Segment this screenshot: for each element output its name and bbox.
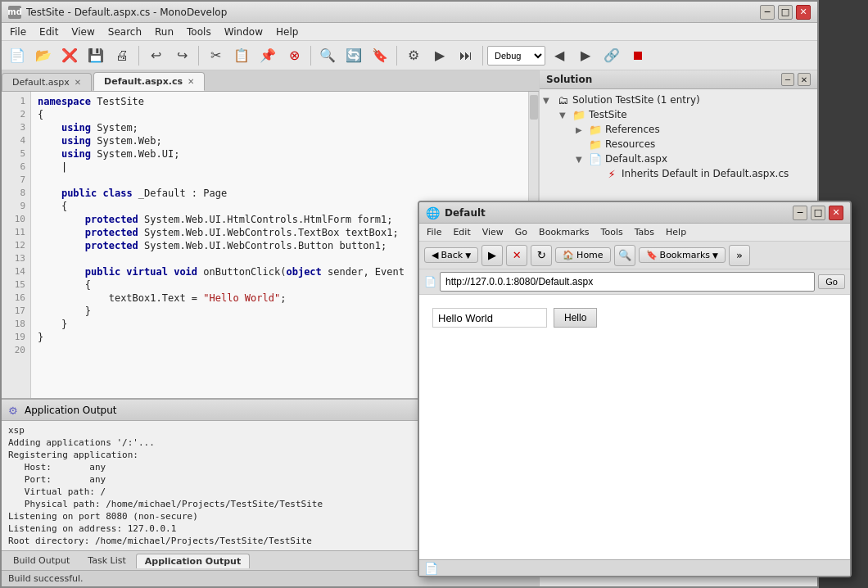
hello-world-textbox[interactable] <box>432 308 547 328</box>
solution-panel-close[interactable]: ✕ <box>798 73 811 86</box>
home-icon: 🏠 <box>563 250 574 260</box>
bookmarks-icon: 🔖 <box>646 250 658 260</box>
tab-default-aspx[interactable]: Default.aspx ✕ <box>2 73 92 91</box>
prev-build-btn[interactable]: ◀ <box>547 44 572 67</box>
bookmarks-button[interactable]: 🔖 Bookmarks ▼ <box>639 247 726 263</box>
menu-run[interactable]: Run <box>150 25 179 39</box>
copy-button[interactable]: 📋 <box>229 44 254 67</box>
tree-item-testsite[interactable]: ▼ 📁 TestSite <box>543 107 814 122</box>
find-button[interactable]: 🔍 <box>315 44 340 67</box>
tab-application-output[interactable]: Application Output <box>136 554 250 568</box>
redo-button[interactable]: ↪ <box>170 44 194 67</box>
toolbar-sep-2 <box>198 46 199 66</box>
menu-search[interactable]: Search <box>103 25 147 39</box>
more-options-button[interactable]: » <box>729 245 750 266</box>
tree-item-references[interactable]: ▶ 📁 References <box>543 122 814 137</box>
menu-window[interactable]: Window <box>219 25 268 39</box>
close-file-button[interactable]: ❌ <box>57 44 82 67</box>
replace-button[interactable]: 🔄 <box>341 44 366 67</box>
label-inherits: Inherits Default in Default.aspx.cs <box>622 168 789 179</box>
icon-resources: 📁 <box>589 138 602 151</box>
build-mode-select[interactable]: Debug Release <box>487 46 545 66</box>
arrow-solution: ▼ <box>543 96 553 105</box>
toolbar-sep-4 <box>396 46 397 66</box>
hello-button[interactable]: Hello <box>554 308 597 328</box>
tree-item-defaultaspx[interactable]: ▼ 📄 Default.aspx <box>543 152 814 166</box>
browser-toolbar: ◀ Back ▼ ▶ ✕ ↻ 🏠 Home 🔍 🔖 Bookmarks ▼ » <box>419 242 850 269</box>
solution-title-bar: Solution ─ ✕ <box>540 70 817 89</box>
open-button[interactable]: 📂 <box>31 44 56 67</box>
menu-view[interactable]: View <box>66 25 99 39</box>
stop-button[interactable]: ✕ <box>506 245 527 266</box>
paste-button[interactable]: 📌 <box>255 44 280 67</box>
menu-edit[interactable]: Edit <box>34 25 63 39</box>
arrow-testsite: ▼ <box>559 111 569 120</box>
browser-minimize-button[interactable]: ─ <box>793 206 807 220</box>
browser-menu-edit[interactable]: Edit <box>449 226 474 238</box>
browser-menu-help[interactable]: Help <box>662 226 690 238</box>
label-solution: Solution TestSite (1 entry) <box>572 94 700 106</box>
tree-item-resources[interactable]: 📁 Resources <box>543 137 814 152</box>
undo-button[interactable]: ↩ <box>143 44 168 67</box>
forward-button[interactable]: ▶ <box>481 245 503 266</box>
solution-panel-minimize[interactable]: ─ <box>781 73 794 86</box>
step-button[interactable]: ⏭ <box>454 44 478 67</box>
cut-button[interactable]: ✂ <box>203 44 228 67</box>
browser-content: Hello <box>419 295 850 559</box>
browser-menu-tools[interactable]: Tools <box>597 226 627 238</box>
browser-menu-tabs[interactable]: Tabs <box>631 226 658 238</box>
browser-menu-view[interactable]: View <box>478 226 508 238</box>
label-references: References <box>605 124 660 135</box>
url-input[interactable] <box>440 272 815 292</box>
icon-testsite: 📁 <box>572 108 585 121</box>
window-controls: ─ □ ✕ <box>760 5 811 20</box>
delete-button[interactable]: ⊗ <box>282 44 306 67</box>
maximize-button[interactable]: □ <box>778 5 793 20</box>
browser-menu-go[interactable]: Go <box>511 226 531 238</box>
build-button[interactable]: ⚙ <box>401 44 426 67</box>
menu-help[interactable]: Help <box>271 25 303 39</box>
label-resources: Resources <box>605 138 655 150</box>
back-button[interactable]: ◀ Back ▼ <box>424 247 478 263</box>
back-icon: ◀ <box>432 250 438 260</box>
search-icon[interactable]: 🔍 <box>614 245 635 266</box>
browser-menu-bookmarks[interactable]: Bookmarks <box>535 226 593 238</box>
solution-panel-title: Solution <box>546 74 592 85</box>
tab-default-aspx-cs-close[interactable]: ✕ <box>188 77 194 86</box>
close-button[interactable]: ✕ <box>796 5 811 20</box>
browser-menu-bar: File Edit View Go Bookmarks Tools Tabs H… <box>419 224 850 242</box>
menu-tools[interactable]: Tools <box>182 25 216 39</box>
browser-maximize-button[interactable]: □ <box>811 206 825 220</box>
tab-default-aspx-close[interactable]: ✕ <box>75 78 81 87</box>
attach-btn[interactable]: 🔗 <box>599 44 624 67</box>
bookmarks-button[interactable]: 🔖 <box>368 44 392 67</box>
tab-default-aspx-cs[interactable]: Default.aspx.cs ✕ <box>93 72 205 91</box>
home-button[interactable]: 🏠 Home <box>555 247 610 263</box>
browser-close-button[interactable]: ✕ <box>829 206 843 220</box>
back-label: Back <box>441 250 463 260</box>
tab-build-output[interactable]: Build Output <box>5 554 78 568</box>
tree-item-solution[interactable]: ▼ 🗂 Solution TestSite (1 entry) <box>543 93 814 107</box>
refresh-button[interactable]: ↻ <box>531 245 552 266</box>
menu-bar: File Edit View Search Run Tools Window H… <box>2 23 817 41</box>
window-title: TestSite - Default.aspx.cs - MonoDevelop <box>26 7 227 18</box>
browser-win-controls: ─ □ ✕ <box>793 206 843 220</box>
browser-status-bar: 📄 <box>419 559 850 576</box>
save-button[interactable]: 💾 <box>84 44 108 67</box>
new-button[interactable]: 📄 <box>5 44 29 67</box>
go-button[interactable]: Go <box>818 274 845 289</box>
next-build-btn[interactable]: ▶ <box>573 44 598 67</box>
stop-button[interactable]: ⏹ <box>626 44 650 67</box>
browser-menu-file[interactable]: File <box>423 226 445 238</box>
app-output-icon: ⚙ <box>8 405 20 416</box>
minimize-button[interactable]: ─ <box>760 5 775 20</box>
app-output-title: Application Output <box>25 405 117 416</box>
tree-item-inherits[interactable]: ⚡ Inherits Default in Default.aspx.cs <box>543 166 814 181</box>
run-button[interactable]: ▶ <box>427 44 452 67</box>
status-text: Build successful. <box>8 573 84 584</box>
label-defaultaspx: Default.aspx <box>605 153 667 165</box>
browser-window: 🌐 Default ─ □ ✕ File Edit View Go Bookma… <box>418 201 852 577</box>
tab-task-list[interactable]: Task List <box>79 554 133 568</box>
menu-file[interactable]: File <box>5 25 31 39</box>
print-button[interactable]: 🖨 <box>110 44 134 67</box>
